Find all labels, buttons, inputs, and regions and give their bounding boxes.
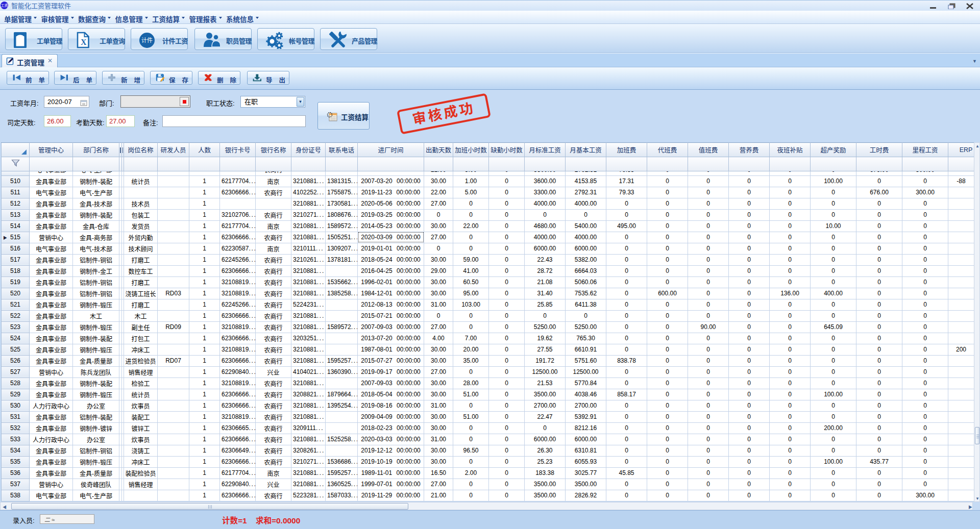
svg-text:X: X (81, 38, 87, 46)
svg-text:计件: 计件 (141, 36, 153, 44)
